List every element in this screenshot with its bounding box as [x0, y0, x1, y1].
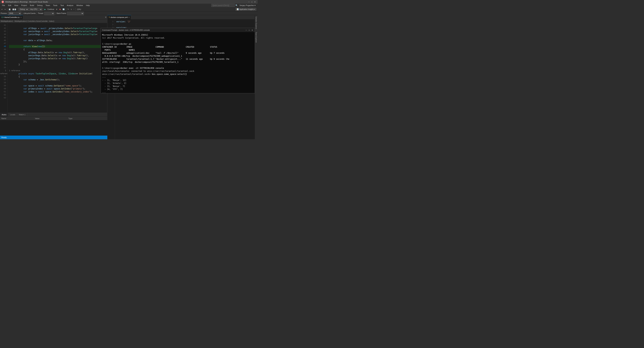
menu-tools[interactable]: Tools — [52, 4, 59, 7]
menu-edit[interactable]: Edit — [7, 4, 12, 7]
app-insights-icon: 📊 — [237, 9, 239, 10]
code-line-56: private async Task<Tuple<ISpace, IIndex,… — [9, 72, 106, 75]
thread-dropdown[interactable] — [44, 12, 54, 15]
col-value: Value — [34, 117, 67, 120]
cmd-line-container2: 337f0530c050 tarantool/tarantool:1.7 "do… — [102, 58, 254, 61]
process-dropdown[interactable]: [N/A] — [8, 12, 21, 15]
code-line-60: var space = await schema.GetSpace("some_… — [9, 84, 106, 87]
stack-frame-dropdown[interactable] — [67, 12, 84, 15]
debug-config-dropdown[interactable]: Debug — [18, 8, 28, 11]
main-area: C# HomeController.cs ✕ ⊕ WebApplication1… — [0, 15, 258, 139]
menu-help[interactable]: Help — [85, 4, 91, 7]
cmd-content[interactable]: Microsoft Windows [Version 10.0.15031] (… — [101, 32, 255, 93]
step-out-button[interactable]: ↑ — [73, 8, 75, 11]
toolbar: ↩ ↪ 💾 💾💾 Debug Any CPU ▶ Continue ⏸ ⏹ 🔄 … — [0, 7, 258, 12]
tab-yaml-filename: docker-compose.yml — [110, 16, 128, 18]
toolbar-sep-1 — [7, 8, 7, 11]
yaml-icon: Y — [109, 16, 110, 18]
code-line-58: var schema = _box.GetSchema(); — [9, 78, 106, 81]
toolbar-sep-p — [22, 12, 22, 15]
col-type: Type — [67, 117, 74, 120]
cmd-close-button[interactable]: ✕ — [251, 29, 254, 31]
ref-hint-line: 1 reference — [9, 69, 106, 72]
save-button[interactable]: 💾 — [8, 8, 11, 11]
code-line-49: { — [9, 48, 106, 51]
cmd-line-2: (c) 2017 Microsoft Corporation. All righ… — [102, 37, 254, 40]
platform-dropdown[interactable]: Any CPU — [29, 8, 42, 11]
step-into-button[interactable]: ↴ — [70, 8, 72, 11]
code-line-63 — [9, 93, 106, 96]
close-button[interactable]: ✕ — [254, 1, 256, 3]
pause-button[interactable]: ⏸ — [55, 8, 58, 11]
cmd-line-4: C:\Users\spuga>docker ps — [102, 43, 254, 46]
stop-button[interactable]: ⏹ — [58, 8, 62, 11]
app-insights-button[interactable]: 📊 Application Insights ▾ — [236, 8, 256, 11]
menu-team[interactable]: Team — [44, 4, 52, 7]
tab-locals[interactable]: Locals — [8, 113, 17, 116]
process-label: Process: — [1, 13, 7, 14]
cmd-line-ports: PORTS NAMES — [102, 49, 254, 52]
code-line-50: allDogs.Data.Select(x => new Dog(x)).ToA… — [9, 51, 106, 54]
autos-column-headers: Name Value Type — [0, 117, 107, 120]
code-line-47 — [9, 42, 106, 45]
stack-frame-label: Stack Frame: — [56, 13, 66, 14]
menu-project[interactable]: Project — [20, 4, 28, 7]
cmd-line-connected: /usr/local/bin/console: connected to uni… — [102, 70, 254, 73]
code-line-57: { — [9, 75, 106, 78]
cmd-line-masya: - - [1, 'Masya', 12] — [102, 79, 254, 82]
code-line-45 — [9, 36, 106, 39]
cpu-label: CPU — [77, 9, 81, 11]
tab-docker-compose[interactable]: Y docker-compose.yml ✕ — [107, 15, 131, 19]
breadcrumb-bar: WebApplication1 › WebApplication1.Contro… — [0, 20, 107, 23]
cmd-line-header: CONTAINER ID IMAGE COMMAND CREATED STATU… — [102, 46, 254, 49]
autos-panel: Autos Locals Watch 1 Name Value Type — [0, 112, 107, 139]
restart-button[interactable]: 🔄 — [62, 8, 65, 11]
breadcrumb-method: Index() — [49, 20, 54, 22]
menu-build[interactable]: Build — [29, 4, 36, 7]
team-explorer-tab[interactable]: Team Explorer — [255, 31, 258, 44]
menu-view[interactable]: View — [13, 4, 20, 7]
maximize-button[interactable]: □ — [250, 1, 253, 3]
code-line-41 — [9, 24, 106, 27]
cmd-line-prompt1: unix://var/run/tarantool/tarantool.sock>… — [102, 73, 254, 76]
tab-homecontroller-filename: HomeController.cs — [4, 16, 20, 18]
menu-test[interactable]: Test — [59, 4, 65, 7]
yaml-line-1: version: '2' — [116, 20, 256, 23]
cmd-maximize-button[interactable]: □ — [248, 29, 250, 31]
tab-yaml-close[interactable]: ✕ — [128, 17, 130, 18]
save-all-button[interactable]: 💾💾 — [12, 8, 17, 11]
cmd-line-dots: ... — [102, 91, 254, 93]
play-button[interactable]: ▶ — [44, 8, 46, 11]
tab-autos[interactable]: Autos — [0, 113, 8, 116]
menu-window[interactable]: Window — [75, 4, 84, 7]
quick-launch-input[interactable] — [211, 4, 235, 7]
solution-explorer-tab[interactable]: Solution Explorer — [255, 15, 258, 31]
undo-button[interactable]: ↩ — [1, 8, 3, 11]
solution-explorer-sidebar: Solution Explorer Team Explorer — [254, 15, 258, 139]
process-bar: Process: [N/A] Lifecycle Events Thread: … — [0, 12, 258, 15]
menu-bar: File Edit View Project Build Debug Team … — [0, 4, 258, 7]
menu-file[interactable]: File — [1, 4, 6, 7]
yaml-line-2 — [116, 23, 256, 26]
title-bar: 🎯 WebApplication1 (Running) - Microsoft … — [0, 0, 258, 4]
menu-debug[interactable]: Debug — [36, 4, 44, 7]
tab-homecontroller[interactable]: C# HomeController.cs ✕ — [0, 15, 23, 19]
toolbar-sep-p3 — [55, 12, 56, 15]
expand-icon[interactable]: ⊕ — [105, 16, 106, 18]
tab-watch1[interactable]: Watch 1 — [17, 113, 27, 116]
thread-label: Thread: — [38, 13, 44, 14]
cmd-line-dashes: --- — [102, 76, 254, 79]
cmd-minimize-button[interactable]: ─ — [245, 29, 247, 31]
lifecycle-label: Lifecycle Events — [24, 13, 36, 14]
step-over-button[interactable]: ↷ — [67, 8, 70, 11]
tab-homecontroller-close[interactable]: ✕ — [20, 17, 22, 18]
continue-button[interactable]: Continue — [47, 8, 55, 11]
menu-analyze[interactable]: Analyze — [66, 4, 75, 7]
breadcrumb-controller: WebApplication1.Controllers.HomeControll… — [14, 20, 48, 22]
redo-button[interactable]: ↪ — [4, 8, 6, 11]
minimize-button[interactable]: ─ — [248, 1, 250, 3]
cmd-line-yyy: - [4, 'YYY', 7] — [102, 88, 254, 91]
code-line-59 — [9, 81, 106, 84]
cmd-titlebar[interactable]: Command Prompt - docker exec -it 337f053… — [101, 28, 255, 32]
title-controls: ─ □ ✕ — [248, 1, 256, 3]
